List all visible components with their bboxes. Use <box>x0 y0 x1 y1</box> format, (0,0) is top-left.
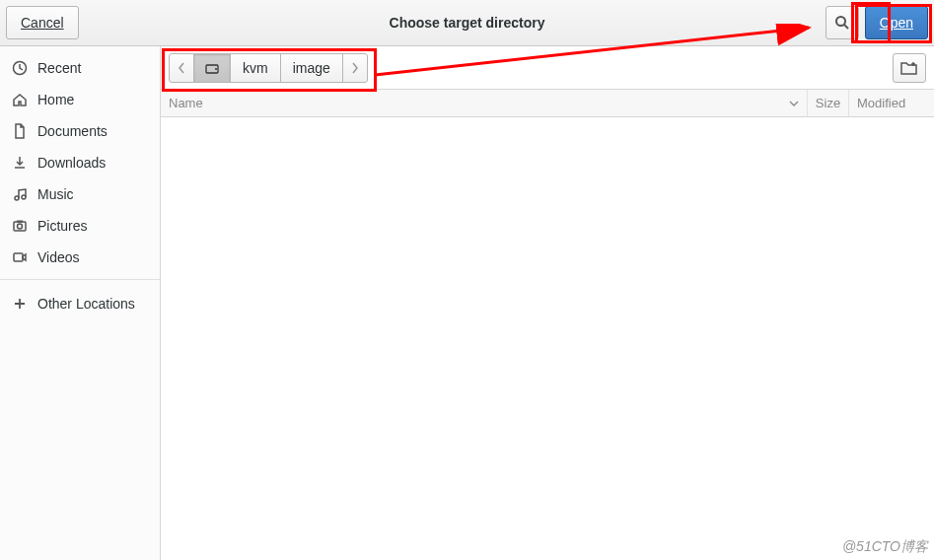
breadcrumb-root[interactable] <box>194 54 231 82</box>
path-bar-row: kvm image <box>161 46 934 90</box>
clock-icon <box>12 60 28 76</box>
sidebar: Recent Home Documents Downloads Music Pi… <box>0 46 161 560</box>
sort-desc-icon <box>789 101 799 106</box>
cancel-button[interactable]: Cancel <box>6 6 79 39</box>
breadcrumb-back[interactable] <box>170 54 194 82</box>
column-header-size[interactable]: Size <box>808 90 849 116</box>
main-panel: kvm image Name Size Modified <box>161 46 934 560</box>
svg-point-6 <box>18 224 23 229</box>
download-icon <box>12 155 28 171</box>
sidebar-item-documents[interactable]: Documents <box>0 115 160 147</box>
breadcrumb-segment-kvm[interactable]: kvm <box>231 54 281 82</box>
sidebar-item-label: Downloads <box>37 155 106 171</box>
sidebar-item-other-locations[interactable]: Other Locations <box>0 288 160 319</box>
sidebar-divider <box>0 279 160 280</box>
drive-icon <box>204 60 220 76</box>
camera-icon <box>12 218 28 234</box>
titlebar: Cancel Choose target directory Open <box>0 0 934 46</box>
sidebar-item-label: Pictures <box>37 218 88 234</box>
plus-icon <box>12 296 28 312</box>
music-icon <box>12 186 28 202</box>
sidebar-item-label: Recent <box>37 60 81 76</box>
svg-line-1 <box>844 25 848 29</box>
svg-point-0 <box>836 17 845 26</box>
column-header-modified[interactable]: Modified <box>849 90 934 116</box>
chevron-left-icon <box>178 62 185 74</box>
search-button[interactable] <box>826 6 859 39</box>
breadcrumb-segment-image[interactable]: image <box>281 54 343 82</box>
video-icon <box>12 249 28 265</box>
new-folder-button[interactable] <box>893 53 926 83</box>
breadcrumb: kvm image <box>169 53 368 83</box>
svg-rect-7 <box>17 221 23 223</box>
search-icon <box>834 15 850 31</box>
sidebar-item-label: Other Locations <box>37 296 135 312</box>
columns-header: Name Size Modified <box>161 90 934 117</box>
sidebar-item-label: Videos <box>37 249 80 265</box>
open-button[interactable]: Open <box>865 6 928 39</box>
sidebar-item-home[interactable]: Home <box>0 84 160 115</box>
sidebar-item-label: Music <box>37 186 74 202</box>
sidebar-item-videos[interactable]: Videos <box>0 242 160 273</box>
sidebar-item-recent[interactable]: Recent <box>0 52 160 84</box>
sidebar-item-label: Documents <box>37 123 108 139</box>
sidebar-item-label: Home <box>37 92 74 107</box>
dialog-title: Choose target directory <box>390 15 545 31</box>
watermark: @51CTO博客 <box>842 538 928 556</box>
file-list[interactable] <box>161 117 934 560</box>
new-folder-icon <box>900 60 918 76</box>
column-header-name[interactable]: Name <box>161 90 808 116</box>
breadcrumb-forward[interactable] <box>343 54 367 82</box>
home-icon <box>12 92 28 107</box>
svg-point-10 <box>215 68 217 70</box>
document-icon <box>12 123 28 139</box>
sidebar-item-music[interactable]: Music <box>0 178 160 210</box>
sidebar-item-downloads[interactable]: Downloads <box>0 147 160 178</box>
sidebar-item-pictures[interactable]: Pictures <box>0 210 160 242</box>
svg-rect-8 <box>14 253 23 261</box>
chevron-right-icon <box>351 62 359 74</box>
